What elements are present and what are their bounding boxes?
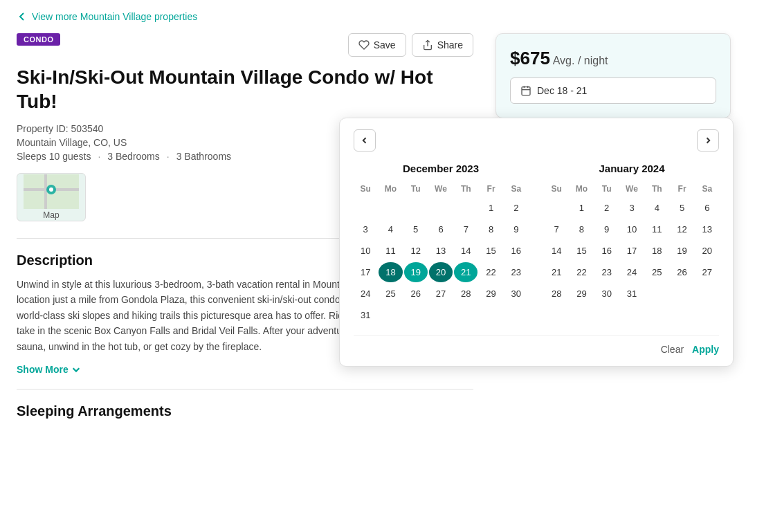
jan-empty-2 [645, 284, 669, 304]
jan-day-24[interactable]: 24 [620, 262, 644, 282]
show-more-button[interactable]: Show More [17, 364, 81, 375]
dec-day-21[interactable]: 21 [454, 262, 478, 282]
next-icon [704, 136, 712, 145]
sleeps-info: Sleeps 10 guests [17, 151, 91, 162]
prev-month-button[interactable] [354, 129, 376, 152]
dec-day-26[interactable]: 26 [404, 284, 428, 304]
back-link-text: View more Mountain Village properties [32, 11, 197, 22]
jan-day-7[interactable]: 7 [545, 219, 568, 239]
jan-day-4[interactable]: 4 [645, 198, 669, 218]
dec-day-5[interactable]: 5 [404, 219, 428, 239]
dec-empty-9 [454, 305, 478, 325]
dec-day-3[interactable]: 3 [354, 219, 377, 239]
next-month-button[interactable] [697, 129, 719, 152]
dec-day-22[interactable]: 22 [479, 262, 502, 282]
clear-button[interactable]: Clear [661, 344, 684, 355]
jan-day-25[interactable]: 25 [645, 262, 669, 282]
dec-empty-4 [429, 198, 453, 218]
dec-day-10[interactable]: 10 [354, 241, 377, 261]
jan-day-31[interactable]: 31 [620, 284, 644, 304]
bedrooms-info: 3 Bedrooms [107, 151, 159, 162]
jan-day-21[interactable]: 21 [545, 262, 568, 282]
jan-empty-1 [545, 198, 568, 218]
dec-day-13[interactable]: 13 [429, 241, 453, 261]
jan-day-26[interactable]: 26 [670, 262, 693, 282]
dec-day-18[interactable]: 18 [379, 262, 402, 282]
dec-day-2[interactable]: 2 [504, 198, 528, 218]
dec-day-27[interactable]: 27 [429, 284, 453, 304]
dec-day-23[interactable]: 23 [504, 262, 528, 282]
dec-day-19[interactable]: 19 [404, 262, 428, 282]
december-title: December 2023 [354, 163, 528, 174]
apply-button[interactable]: Apply [692, 344, 719, 355]
dec-day-17[interactable]: 17 [354, 262, 377, 282]
jan-day-12[interactable]: 12 [670, 219, 693, 239]
jan-day-11[interactable]: 11 [645, 219, 669, 239]
jan-day-17[interactable]: 17 [620, 241, 644, 261]
dec-day-1[interactable]: 1 [479, 198, 502, 218]
jan-day-28[interactable]: 28 [545, 284, 568, 304]
dec-day-8[interactable]: 8 [479, 219, 502, 239]
jan-day-3[interactable]: 3 [620, 198, 644, 218]
dec-day-9[interactable]: 9 [504, 219, 528, 239]
dec-day-20[interactable]: 20 [429, 262, 453, 282]
jan-header-sa: Sa [695, 181, 719, 196]
jan-day-9[interactable]: 9 [595, 219, 619, 239]
jan-day-13[interactable]: 13 [695, 219, 719, 239]
jan-day-10[interactable]: 10 [620, 219, 644, 239]
dec-header-we: We [429, 181, 453, 196]
dec-day-16[interactable]: 16 [504, 241, 528, 261]
svg-rect-6 [522, 87, 530, 95]
dec-day-4[interactable]: 4 [379, 219, 402, 239]
date-picker-trigger[interactable]: Dec 18 - 21 [510, 77, 716, 104]
chevron-down-icon [71, 365, 81, 374]
dec-day-25[interactable]: 25 [379, 284, 402, 304]
jan-day-19[interactable]: 19 [670, 241, 693, 261]
dec-day-29[interactable]: 29 [479, 284, 502, 304]
dec-day-24[interactable]: 24 [354, 284, 377, 304]
dot-sep-2: · [167, 151, 170, 162]
jan-day-14[interactable]: 14 [545, 241, 568, 261]
back-link[interactable]: View more Mountain Village properties [17, 11, 756, 22]
jan-day-22[interactable]: 22 [570, 262, 593, 282]
dec-day-28[interactable]: 28 [454, 284, 478, 304]
dec-day-6[interactable]: 6 [429, 219, 453, 239]
jan-day-15[interactable]: 15 [570, 241, 593, 261]
jan-day-29[interactable]: 29 [570, 284, 593, 304]
jan-header-th: Th [645, 181, 669, 196]
dec-day-14[interactable]: 14 [454, 241, 478, 261]
jan-day-6[interactable]: 6 [695, 198, 719, 218]
dec-header-th: Th [454, 181, 478, 196]
jan-day-2[interactable]: 2 [595, 198, 619, 218]
jan-day-1[interactable]: 1 [570, 198, 593, 218]
dec-day-11[interactable]: 11 [379, 241, 402, 261]
dec-day-12[interactable]: 12 [404, 241, 428, 261]
share-icon [422, 39, 433, 51]
heart-icon [358, 39, 370, 51]
save-button[interactable]: Save [348, 33, 406, 57]
jan-day-23[interactable]: 23 [595, 262, 619, 282]
dec-header-sa: Sa [504, 181, 528, 196]
dec-day-15[interactable]: 15 [479, 241, 502, 261]
jan-day-18[interactable]: 18 [645, 241, 669, 261]
dec-day-30[interactable]: 30 [504, 284, 528, 304]
dec-day-31[interactable]: 31 [354, 305, 377, 325]
jan-empty-4 [695, 284, 719, 304]
calendars-row: December 2023 Su Mo Tu We Th Fr Sa 1 [354, 163, 719, 325]
january-title: January 2024 [545, 163, 719, 174]
property-title: Ski-In/Ski-Out Mountain Village Condo w/… [17, 65, 473, 113]
jan-day-27[interactable]: 27 [695, 262, 719, 282]
jan-day-5[interactable]: 5 [670, 198, 693, 218]
avg-price-display: $675 Avg. / night [510, 48, 716, 69]
jan-day-20[interactable]: 20 [695, 241, 719, 261]
jan-day-8[interactable]: 8 [570, 219, 593, 239]
dec-empty-5 [454, 198, 478, 218]
dec-empty-7 [404, 305, 428, 325]
save-label: Save [374, 39, 396, 51]
divider-2 [17, 389, 473, 389]
jan-day-16[interactable]: 16 [595, 241, 619, 261]
dec-day-7[interactable]: 7 [454, 219, 478, 239]
share-button[interactable]: Share [412, 33, 473, 57]
map-thumbnail[interactable]: Map [17, 173, 86, 221]
jan-day-30[interactable]: 30 [595, 284, 619, 304]
